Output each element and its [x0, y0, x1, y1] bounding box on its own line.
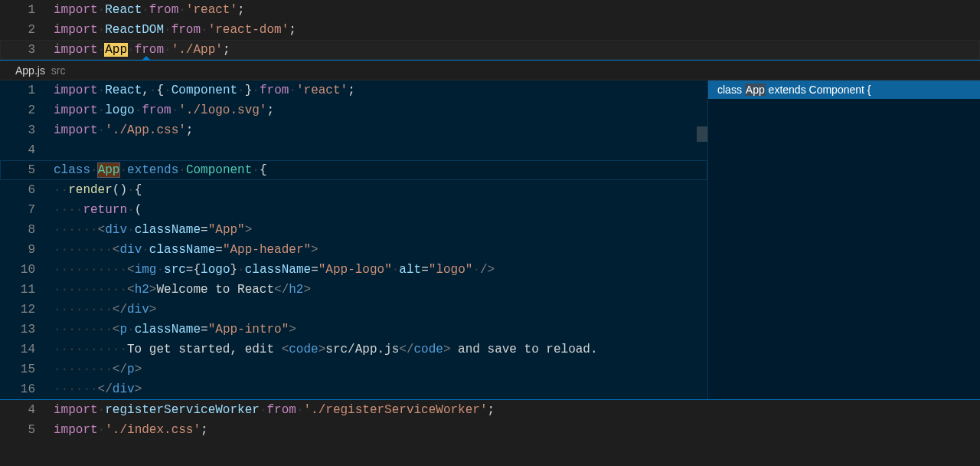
- code-line[interactable]: 11··········<h2>Welcome to React</h2>: [0, 280, 707, 300]
- code-content[interactable]: import·React·from·'react';: [54, 0, 980, 20]
- peek-body: 1import·React,·{·Component·}·from·'react…: [0, 80, 980, 399]
- code-content[interactable]: import·ReactDOM·from·'react-dom';: [54, 20, 980, 40]
- code-line[interactable]: 8······<div·className="App">: [0, 220, 707, 240]
- line-number: 14: [0, 340, 54, 359]
- line-number: 5: [0, 420, 54, 440]
- line-number: 3: [0, 120, 54, 140]
- code-line[interactable]: 10··········<img·src={logo}·className="A…: [0, 260, 707, 280]
- code-line[interactable]: 1import·React·from·'react';: [0, 0, 980, 20]
- line-number: 13: [0, 320, 54, 340]
- code-line[interactable]: 9········<div·className="App-header">: [0, 240, 707, 260]
- editor-container: 1import·React·from·'react';2import·React…: [0, 0, 980, 466]
- reference-item[interactable]: class App extends Component {: [708, 80, 980, 99]
- code-line[interactable]: 5import·'./index.css';: [0, 420, 980, 440]
- code-line[interactable]: 14··········To get started, edit <code>s…: [0, 340, 707, 359]
- code-content[interactable]: ········</p>: [54, 359, 707, 379]
- code-line[interactable]: 4: [0, 140, 707, 160]
- line-number: 12: [0, 300, 54, 320]
- code-content[interactable]: import·registerServiceWorker·from·'./reg…: [54, 400, 980, 420]
- peek-editor[interactable]: 1import·React,·{·Component·}·from·'react…: [0, 80, 707, 399]
- code-line[interactable]: 3import·'./App.css';: [0, 120, 707, 140]
- peek-filename: App.js: [15, 64, 45, 77]
- code-line[interactable]: 4import·registerServiceWorker·from·'./re…: [0, 400, 980, 420]
- code-line[interactable]: 13········<p·className="App-intro">: [0, 320, 707, 340]
- code-content[interactable]: ··render()·{: [54, 180, 707, 200]
- peek-references-list[interactable]: class App extends Component {: [707, 80, 980, 399]
- line-number: 5: [0, 160, 54, 180]
- peek-header[interactable]: App.js src: [0, 61, 980, 80]
- code-content[interactable]: ········<div·className="App-header">: [54, 240, 707, 260]
- line-number: 8: [0, 220, 54, 240]
- line-number: 1: [0, 80, 54, 100]
- line-number: 4: [0, 400, 54, 420]
- line-number: 15: [0, 359, 54, 379]
- code-content[interactable]: import·'./index.css';: [54, 420, 980, 440]
- line-number: 2: [0, 20, 54, 40]
- scrollbar-thumb[interactable]: [697, 126, 707, 142]
- outer-editor-bottom[interactable]: 4import·registerServiceWorker·from·'./re…: [0, 400, 980, 440]
- code-content[interactable]: ······</div>: [54, 379, 707, 399]
- code-content[interactable]: [54, 140, 707, 160]
- line-number: 7: [0, 200, 54, 220]
- code-line[interactable]: 5class·App·extends·Component·{: [0, 160, 707, 180]
- line-number: 16: [0, 379, 54, 399]
- code-content[interactable]: ····return·(: [54, 200, 707, 220]
- code-content[interactable]: class·App·extends·Component·{: [54, 160, 707, 180]
- line-number: 9: [0, 240, 54, 260]
- code-content[interactable]: ··········<img·src={logo}·className="App…: [54, 260, 707, 280]
- line-number: 10: [0, 260, 54, 280]
- code-content[interactable]: import·'./App.css';: [54, 120, 707, 140]
- code-content[interactable]: import·App·from·'./App';: [54, 40, 980, 60]
- code-line[interactable]: 12········</div>: [0, 300, 707, 320]
- outer-editor-top[interactable]: 1import·React·from·'react';2import·React…: [0, 0, 980, 60]
- peek-view: App.js src 1import·React,·{·Component·}·…: [0, 60, 980, 400]
- code-line[interactable]: 2import·ReactDOM·from·'react-dom';: [0, 20, 980, 40]
- code-content[interactable]: import·React,·{·Component·}·from·'react'…: [54, 80, 707, 100]
- code-line[interactable]: 15········</p>: [0, 359, 707, 379]
- code-content[interactable]: ········<p·className="App-intro">: [54, 320, 707, 340]
- line-number: 4: [0, 140, 54, 160]
- line-number: 1: [0, 0, 54, 20]
- code-line[interactable]: 6··render()·{: [0, 180, 707, 200]
- peek-path: src: [51, 64, 66, 77]
- code-line[interactable]: 2import·logo·from·'./logo.svg';: [0, 100, 707, 120]
- line-number: 11: [0, 280, 54, 300]
- code-content[interactable]: ········</div>: [54, 300, 707, 320]
- code-content[interactable]: ······<div·className="App">: [54, 220, 707, 240]
- code-content[interactable]: ··········<h2>Welcome to React</h2>: [54, 280, 707, 300]
- line-number: 2: [0, 100, 54, 120]
- code-line[interactable]: 7····return·(: [0, 200, 707, 220]
- code-line[interactable]: 16······</div>: [0, 379, 707, 399]
- code-content[interactable]: import·logo·from·'./logo.svg';: [54, 100, 707, 120]
- line-number: 6: [0, 180, 54, 200]
- code-line[interactable]: 1import·React,·{·Component·}·from·'react…: [0, 80, 707, 100]
- line-number: 3: [0, 40, 54, 60]
- code-content[interactable]: ··········To get started, edit <code>src…: [54, 340, 707, 359]
